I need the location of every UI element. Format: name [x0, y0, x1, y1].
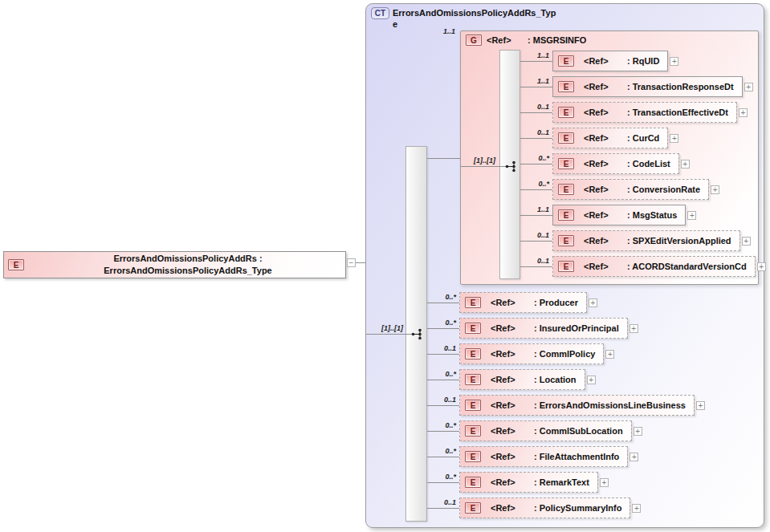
cardinality-label: 0..1: [514, 128, 549, 137]
cardinality-label: 0..1: [514, 257, 549, 266]
element-ref-label: <Ref>: [584, 210, 627, 220]
element-row: E<Ref>: PolicySummaryInfo+: [459, 497, 641, 518]
element-row: E<Ref>: CurCd+: [552, 128, 678, 148]
element-icon: E: [558, 55, 574, 67]
expand-button[interactable]: +: [605, 350, 614, 359]
element-icon: E: [558, 158, 574, 169]
element-box-msgstatus[interactable]: E<Ref>: MsgStatus: [552, 205, 686, 225]
element-ref-label: <Ref>: [491, 323, 534, 333]
expand-button[interactable]: +: [670, 134, 678, 143]
connector-line: [520, 266, 552, 267]
cardinality-label: 0..*: [514, 154, 549, 163]
element-box-fileattachmentinfo[interactable]: E<Ref>: FileAttachmentInfo: [459, 446, 628, 467]
element-ref-label: <Ref>: [491, 400, 534, 410]
connector-line: [520, 138, 552, 139]
element-box-commlsublocation[interactable]: E<Ref>: CommlSubLocation: [459, 420, 632, 441]
expand-button[interactable]: +: [687, 211, 696, 220]
root-element-label: ErrorsAndOmissionsPolicyAddRs : ErrorsAn…: [31, 253, 345, 277]
element-icon: E: [558, 184, 574, 195]
element-box-curcd[interactable]: E<Ref>: CurCd: [552, 128, 668, 148]
element-icon: E: [558, 132, 574, 144]
element-name-label: : MsgStatus: [627, 210, 677, 220]
element-box-acordstandardversioncd[interactable]: E<Ref>: ACORDStandardVersionCd: [552, 256, 756, 277]
element-box-transactionresponsedt[interactable]: E<Ref>: TransactionResponseDt: [552, 76, 743, 97]
element-ref-label: <Ref>: [584, 262, 627, 271]
element-row: E<Ref>: Location+: [459, 369, 596, 390]
sequence-cardinality-label: [1]..[1]: [368, 324, 403, 333]
expand-button[interactable]: +: [629, 453, 638, 461]
element-box-conversionrate[interactable]: E<Ref>: ConversionRate: [552, 179, 709, 200]
element-icon: E: [465, 400, 481, 411]
cardinality-label: 0..*: [421, 319, 456, 327]
element-box-location[interactable]: E<Ref>: Location: [459, 369, 585, 390]
element-name-label: : CommlPolicy: [534, 349, 595, 359]
element-icon: E: [558, 107, 574, 118]
element-name-label: : TransactionResponseDt: [627, 82, 734, 91]
element-icon: E: [465, 297, 481, 308]
element-ref-label: <Ref>: [491, 503, 534, 513]
connector-line: [520, 215, 552, 216]
group-cardinality-label: 1..1: [420, 27, 455, 36]
sequence-compositor-icon: [410, 327, 424, 341]
element-box-errorsandomissionslinebusiness[interactable]: E<Ref>: ErrorsAndOmissionsLineBusiness: [459, 395, 695, 416]
expand-button[interactable]: +: [757, 262, 766, 271]
element-ref-label: <Ref>: [584, 108, 627, 117]
element-name-label: : ConversionRate: [627, 185, 700, 194]
element-box-spxeditversionapplied[interactable]: E<Ref>: SPXEditVersionApplied: [552, 230, 740, 251]
expand-button[interactable]: +: [589, 298, 597, 307]
connector-line: [427, 354, 459, 355]
expand-button[interactable]: +: [670, 57, 678, 66]
cardinality-label: 1..1: [514, 77, 549, 86]
element-name-label: : RemarkText: [534, 477, 589, 487]
element-box-codelist[interactable]: E<Ref>: CodeList: [552, 153, 679, 174]
connector-line: [520, 112, 552, 113]
connector-line: [427, 380, 459, 380]
element-name-label: : SPXEditVersionApplied: [627, 236, 731, 246]
element-ref-label: <Ref>: [491, 298, 534, 307]
group-name-label: : MSGRSINFO: [528, 35, 586, 45]
expand-button[interactable]: +: [629, 324, 638, 333]
element-box-commlpolicy[interactable]: E<Ref>: CommlPolicy: [459, 343, 604, 364]
cardinality-label: 0..1: [421, 498, 456, 507]
element-box-remarktext[interactable]: E<Ref>: RemarkText: [459, 472, 598, 493]
expand-button[interactable]: +: [587, 376, 596, 384]
expand-button[interactable]: +: [681, 160, 690, 169]
cardinality-label: 0..*: [421, 370, 456, 379]
element-icon: E: [558, 261, 574, 272]
element-box-transactioneffectivedt[interactable]: E<Ref>: TransactionEffectiveDt: [552, 102, 737, 123]
connector-line: [427, 405, 459, 406]
connector-line: [427, 482, 459, 483]
connector-line: [461, 166, 507, 167]
element-name-label: : PolicySummaryInfo: [534, 503, 621, 513]
collapse-button[interactable]: −: [347, 258, 356, 267]
expand-button[interactable]: +: [744, 83, 753, 91]
connector-line: [520, 87, 552, 87]
complex-type-title: ErrorsAndOmissionsPolicyAddRs_Type: [393, 7, 557, 30]
element-ref-label: <Ref>: [491, 426, 534, 436]
element-row: E<Ref>: SPXEditVersionApplied+: [552, 230, 751, 251]
element-row: E<Ref>: InsuredOrPrincipal+: [459, 318, 638, 339]
element-ref-label: <Ref>: [584, 82, 627, 91]
group-icon: G: [466, 35, 482, 46]
element-box-insuredorprincipal[interactable]: E<Ref>: InsuredOrPrincipal: [459, 318, 628, 339]
element-ref-label: <Ref>: [584, 159, 627, 169]
element-box-producer[interactable]: E<Ref>: Producer: [459, 292, 587, 313]
element-name-label: : RqUID: [627, 56, 659, 66]
connector-line: [427, 303, 459, 303]
element-box-rquid[interactable]: E<Ref>: RqUID: [552, 51, 668, 71]
expand-button[interactable]: +: [600, 478, 609, 487]
element-icon: E: [465, 323, 481, 334]
expand-button[interactable]: +: [742, 237, 751, 246]
expand-button[interactable]: +: [634, 427, 642, 436]
cardinality-label: 0..1: [421, 344, 456, 353]
element-row: E<Ref>: TransactionEffectiveDt+: [552, 102, 748, 123]
expand-button[interactable]: +: [632, 504, 641, 513]
element-ref-label: <Ref>: [584, 236, 627, 246]
expand-button[interactable]: +: [711, 185, 719, 194]
element-box-policysummaryinfo[interactable]: E<Ref>: PolicySummaryInfo: [459, 497, 630, 518]
expand-button[interactable]: +: [739, 108, 748, 117]
complex-type-icon: CT: [371, 7, 389, 19]
cardinality-label: 1..1: [514, 205, 549, 214]
connector-line: [520, 164, 552, 164]
expand-button[interactable]: +: [696, 401, 705, 410]
